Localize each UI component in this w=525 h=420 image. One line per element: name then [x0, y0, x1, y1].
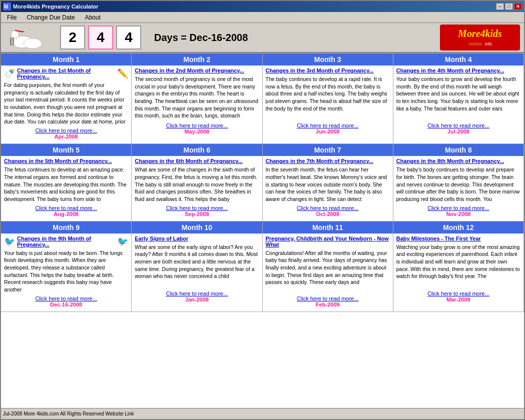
month-link-11[interactable]: Pregnancy, Childbirth and Your Newborn -… [266, 236, 390, 248]
number-box-3[interactable]: 4 [116, 26, 141, 50]
month-text-7: In the seventh month, the fetus can hear… [266, 166, 390, 202]
month-title-row-9: 🐦Changes in the 9th Month of Pregnancy..… [4, 236, 128, 248]
month-link-8[interactable]: Changes in the 8th Month of Pregnancy... [396, 158, 504, 164]
month-date-8: Nov-2008 [446, 211, 470, 217]
read-more-link-8[interactable]: Click here to read more... [396, 205, 520, 211]
month-date-4: Jul-2008 [447, 128, 469, 134]
month-cell-12: Month 12Baby Milestones - The First Year… [393, 222, 524, 312]
minimize-button[interactable]: ─ [496, 3, 504, 10]
month-cell-10: Month 10Early Signs of LaborWhat are som… [132, 222, 262, 312]
month-icon-right-9: 🐦 [117, 236, 128, 247]
menu-file[interactable]: File [3, 13, 21, 22]
brand-name: More4kids [458, 28, 502, 40]
close-button[interactable]: ✕ [514, 3, 522, 10]
app-window: M More4kids Pregnancy Calculator ─ □ ✕ F… [0, 0, 525, 420]
month-footer-9: Click here to read more...Dec-16-2008 [4, 296, 128, 310]
month-text-8: The baby's body continues to develop and… [396, 166, 520, 202]
month-cell-11: Month 11Pregnancy, Childbirth and Your N… [263, 222, 393, 312]
month-body-8: Changes in the 8th Month of Pregnancy...… [393, 156, 523, 220]
month-footer-11: Click here to read more...Feb-2009 [266, 296, 390, 310]
month-cell-2: Month 2Changes in the 2nd Month of Pregn… [132, 54, 262, 144]
month-header-11: Month 11 [263, 222, 393, 234]
logo-area [5, 24, 55, 50]
read-more-link-2[interactable]: Click here to read more... [135, 122, 259, 128]
month-grid: Month 1🍼Changes in the 1st Month of Preg… [1, 53, 524, 312]
month-cell-8: Month 8Changes in the 8th Month of Pregn… [393, 144, 524, 221]
month-link-4[interactable]: Changes in the 4th Month of Pregnancy... [396, 68, 504, 74]
month-cell-4: Month 4Changes in the 4th Month of Pregn… [393, 54, 524, 144]
month-link-7[interactable]: Changes in the 7th Month of Pregnancy... [266, 158, 374, 164]
maximize-button[interactable]: □ [505, 3, 513, 10]
main-content: Month 1🍼Changes in the 1st Month of Preg… [1, 53, 524, 408]
title-bar-left: M More4kids Pregnancy Calculator [3, 2, 99, 10]
month-link-9[interactable]: Changes in the 9th Month of Pregnancy... [17, 236, 115, 248]
read-more-link-12[interactable]: Click here to read more... [396, 290, 520, 296]
month-text-2: The second month of pregnancy is one of … [135, 76, 259, 120]
month-link-12[interactable]: Baby Milestones - The First Year [396, 236, 481, 242]
month-title-row-1: 🍼Changes in the 1st Month of Pregnancy..… [4, 68, 128, 80]
month-body-2: Changes in the 2nd Month of Pregnancy...… [132, 66, 262, 144]
month-link-2[interactable]: Changes in the 2nd Month of Pregnancy... [135, 68, 244, 74]
month-title-row-3: Changes in the 3rd Month of Pregnancy... [266, 68, 390, 74]
month-icon-left-9: 🐦 [4, 236, 15, 247]
month-date-6: Sep-2008 [185, 211, 209, 217]
month-footer-10: Click here to read more...Jan-2009 [135, 290, 259, 304]
menu-change-due-date[interactable]: Change Due Date [23, 13, 79, 22]
month-header-3: Month 3 [263, 54, 393, 66]
read-more-link-3[interactable]: Click here to read more... [266, 122, 390, 128]
read-more-link-9[interactable]: Click here to read more... [4, 296, 128, 302]
number-box-1[interactable]: 2 [60, 26, 85, 50]
month-link-10[interactable]: Early Signs of Labor [135, 236, 188, 242]
month-footer-3: Click here to read more...Jun-2008 [266, 122, 390, 136]
month-footer-12: Click here to read more...Mar-2009 [396, 290, 520, 304]
number-box-2[interactable]: 4 [88, 26, 113, 50]
month-header-8: Month 8 [393, 144, 523, 156]
svg-point-3 [11, 30, 19, 38]
month-title-row-2: Changes in the 2nd Month of Pregnancy... [135, 68, 259, 74]
read-more-link-1[interactable]: Click here to read more... [4, 128, 128, 134]
svg-rect-5 [13, 38, 14, 46]
month-body-4: Changes in the 4th Month of Pregnancy...… [393, 66, 523, 144]
read-more-link-7[interactable]: Click here to read more... [266, 205, 390, 211]
month-body-11: Pregnancy, Childbirth and Your Newborn -… [263, 234, 393, 312]
app-icon: M [3, 2, 11, 10]
month-date-11: Feb-2009 [316, 302, 340, 308]
month-title-row-8: Changes in the 8th Month of Pregnancy... [396, 158, 520, 164]
month-date-3: Jun-2008 [316, 128, 340, 134]
month-text-1: For dating purposes, the first month of … [4, 82, 128, 126]
month-body-6: Changes in the 6th Month of Pregnancy...… [132, 156, 262, 220]
month-link-1[interactable]: Changes in the 1st Month of Pregnancy... [17, 68, 115, 80]
calc-area: 2 4 4 Days = Dec-16-2008 [60, 26, 258, 50]
title-buttons: ─ □ ✕ [496, 3, 522, 10]
month-text-10: What are some of the early signs of labo… [135, 244, 259, 288]
month-header-6: Month 6 [132, 144, 262, 156]
month-body-9: 🐦Changes in the 9th Month of Pregnancy..… [1, 234, 131, 312]
read-more-link-10[interactable]: Click here to read more... [135, 290, 259, 296]
month-date-7: Oct-2008 [316, 211, 339, 217]
month-title-row-11: Pregnancy, Childbirth and Your Newborn -… [266, 236, 390, 248]
month-link-3[interactable]: Changes in the 3rd Month of Pregnancy... [266, 68, 374, 74]
month-header-2: Month 2 [132, 54, 262, 66]
month-link-6[interactable]: Changes in the 6th Month of Pregnancy... [135, 158, 243, 164]
read-more-link-4[interactable]: Click here to read more... [396, 122, 520, 128]
month-text-5: The fetus continues to develop at an ama… [4, 166, 128, 202]
month-title-row-6: Changes in the 6th Month of Pregnancy... [135, 158, 259, 164]
month-footer-5: Click here to read more...Aug-2008 [4, 205, 128, 219]
brand-sub: info [485, 42, 492, 46]
month-footer-2: Click here to read more...May-2008 [135, 122, 259, 136]
month-header-9: Month 9 [1, 222, 131, 234]
read-more-link-5[interactable]: Click here to read more... [4, 205, 128, 211]
month-header-10: Month 10 [132, 222, 262, 234]
month-body-3: Changes in the 3rd Month of Pregnancy...… [263, 66, 393, 144]
month-link-5[interactable]: Changes in the 5th Month of Pregnancy... [4, 158, 112, 164]
menu-about[interactable]: About [81, 13, 104, 22]
month-footer-6: Click here to read more...Sep-2008 [135, 205, 259, 219]
month-title-row-10: Early Signs of Labor [135, 236, 259, 242]
month-date-9: Dec-16-2008 [50, 302, 82, 308]
read-more-link-6[interactable]: Click here to read more... [135, 205, 259, 211]
menu-bar: File Change Due Date About [1, 12, 524, 23]
month-icon-left-1: 🍼 [4, 68, 15, 79]
month-date-10: Jan-2009 [185, 296, 209, 302]
month-body-5: Changes in the 5th Month of Pregnancy...… [1, 156, 131, 220]
read-more-link-11[interactable]: Click here to read more... [266, 296, 390, 302]
